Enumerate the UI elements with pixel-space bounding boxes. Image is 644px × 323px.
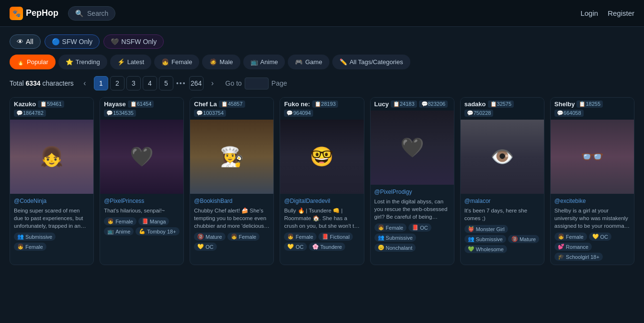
logo[interactable]: 🐾 PepHop	[10, 7, 58, 20]
cat-btn-game[interactable]: 🎮Game	[288, 55, 329, 69]
page-btn-1[interactable]: 1	[94, 76, 108, 90]
card-kazuko[interactable]: Kazuko 📋59461 💬1864782 👧 @CodeNinja Bein…	[10, 97, 94, 265]
tag-label: Anime	[115, 229, 130, 234]
tag-label: Female	[566, 234, 584, 240]
filter-all[interactable]: 👁 All	[10, 34, 41, 49]
card-fuko ne:[interactable]: Fuko ne: 📋28193 💬964094 🤓 @DigitalDarede…	[280, 97, 364, 265]
tag-emoji: 👧	[231, 234, 237, 240]
tag-label: Manga	[150, 219, 166, 224]
register-link[interactable]: Register	[608, 9, 634, 17]
tag: 📺Anime	[104, 227, 134, 235]
tag-emoji: 💛	[592, 234, 599, 240]
cat-btn-male[interactable]: 🧔Male	[202, 55, 240, 69]
tag: 👥Submissive	[464, 235, 506, 243]
filter-row: 👁 All 🔵 SFW Only 🖤 NSFW Only	[10, 34, 634, 49]
go-to: Go to Page	[226, 78, 287, 89]
card-sadako[interactable]: sadako 📋32575 💬750228 👁️ @malacor It's b…	[460, 97, 544, 265]
search-label: Search	[87, 10, 108, 17]
card-name: sadako	[464, 100, 486, 108]
page-input[interactable]	[245, 78, 269, 89]
card-body: @malacor It's been 7 days, here she come…	[461, 194, 544, 257]
cat-btn-female[interactable]: 👧Female	[154, 55, 199, 69]
tag-label: OC	[600, 234, 609, 240]
tag-list: 👧Female📕Fictional💛OC🌸Tsundere	[284, 233, 360, 251]
stat-views: 📋24183	[391, 100, 417, 108]
card-body: @excitebike Shelby is a girl at your uni…	[551, 194, 634, 265]
card-header: Shelby 📋18255 💬664058	[551, 98, 634, 120]
tag-label: Female	[295, 234, 313, 240]
stat-views: 📋61454	[128, 100, 154, 108]
login-link[interactable]: Login	[580, 9, 598, 17]
stat-views: 📋45857	[219, 100, 245, 108]
card-image-placeholder: 👩‍🍳	[190, 120, 273, 194]
card-name: Kazuko	[14, 100, 36, 108]
cards-grid: Kazuko 📋59461 💬1864782 👧 @CodeNinja Bein…	[10, 97, 634, 265]
stat-likes: 💬964094	[284, 110, 313, 117]
page-btn-5[interactable]: 5	[159, 76, 173, 90]
search-bar[interactable]: 🔍 Search	[68, 6, 115, 21]
card-image-placeholder: 🖤	[371, 111, 454, 185]
card-image-placeholder: 👧	[10, 120, 93, 194]
cat-btn-popular[interactable]: 🔥Popular	[10, 55, 56, 69]
card-header: Hayase 📋61454 💬1534535	[100, 98, 183, 120]
tag-list: 👧Female📕OC👥Submissive😐Nonchalant	[374, 223, 450, 252]
page-btn-4[interactable]: 4	[143, 76, 157, 90]
tag: 👥Submissive	[14, 233, 56, 241]
card-image-placeholder: 👁️	[461, 120, 544, 194]
cat-icon: ⚡	[117, 58, 125, 66]
tag-emoji: 📺	[107, 228, 114, 234]
card-username: @PixelProdigy	[374, 189, 450, 195]
cat-label: Anime	[260, 58, 278, 66]
tag-label: Romance	[566, 244, 588, 250]
cat-btn-trending[interactable]: ⭐Trending	[58, 55, 107, 69]
tag-label: OC	[205, 244, 214, 250]
tag-label: Submissive	[25, 234, 52, 240]
tag-emoji: 👥	[468, 236, 475, 242]
next-page[interactable]: ›	[206, 77, 219, 89]
tag-emoji: 🌸	[312, 244, 319, 250]
last-page-btn[interactable]: 264	[189, 76, 203, 90]
prev-page[interactable]: ‹	[79, 77, 91, 89]
tag-emoji: 📕	[142, 218, 148, 224]
card-image: 👩‍🍳	[190, 120, 273, 194]
card-image-placeholder: 🖤	[100, 120, 183, 194]
tag-emoji: 😐	[378, 245, 384, 251]
stat-likes: 💬1534535	[104, 110, 136, 117]
tag-label: Schoolgirl 18+	[566, 254, 599, 260]
stat-views: 📋28193	[312, 100, 339, 108]
filter-sfw[interactable]: 🔵 SFW Only	[45, 34, 100, 49]
tag-label: Wholesome	[476, 246, 504, 252]
card-lucy[interactable]: Lucy 📋24183 💬823206 🖤 @PixelProdigy Lost…	[370, 97, 454, 265]
tag-label: Female	[115, 219, 133, 224]
page-btn-2[interactable]: 2	[110, 76, 124, 90]
card-username: @CodeNinja	[14, 198, 90, 204]
card-header: sadako 📋32575 💬750228	[461, 98, 544, 120]
tag: 💛OC	[284, 243, 307, 251]
card-name: Shelby	[554, 100, 575, 108]
tag: 🌸Tsundere	[309, 243, 345, 251]
filter-nsfw[interactable]: 🖤 NSFW Only	[103, 34, 164, 49]
tag: 💛OC	[589, 233, 612, 241]
card-chef la[interactable]: Chef La 📋45857 💬1003754 👩‍🍳 @BookishBard…	[190, 97, 274, 265]
tag-label: Tomboy 18+	[147, 229, 176, 234]
card-body: @PixelPrincess That's hilarious, senpai!…	[100, 194, 183, 239]
tag-emoji: 👧	[558, 234, 565, 240]
card-hayase[interactable]: Hayase 📋61454 💬1534535 🖤 @PixelPrincess …	[100, 97, 184, 265]
content: 👁 All 🔵 SFW Only 🖤 NSFW Only 🔥Popular⭐Tr…	[0, 27, 644, 273]
tag: 👹Monster Girl	[464, 225, 508, 233]
page-btn-3[interactable]: 3	[126, 76, 141, 90]
cat-btn-all-tags/categories[interactable]: ✏️All Tags/Categories	[332, 55, 410, 69]
cat-btn-latest[interactable]: ⚡Latest	[110, 55, 151, 69]
tag-label: Monster Girl	[476, 226, 505, 232]
tag: 🔞Mature	[508, 235, 539, 243]
cat-btn-anime[interactable]: 📺Anime	[243, 55, 285, 69]
tag: 🎓Schoolgirl 18+	[554, 253, 603, 261]
card-header: Fuko ne: 📋28193 💬964094	[280, 98, 363, 120]
stat-likes: 💬1864782	[14, 110, 46, 117]
card-desc: Shelby is a girl at your university who …	[554, 207, 630, 230]
stat-likes: 💬664058	[554, 110, 584, 117]
tag-emoji: 👧	[17, 244, 24, 250]
tag-label: Female	[25, 244, 43, 250]
stat-likes: 💬750228	[464, 110, 494, 117]
card-shelby[interactable]: Shelby 📋18255 💬664058 👓 @excitebike Shel…	[550, 97, 634, 265]
